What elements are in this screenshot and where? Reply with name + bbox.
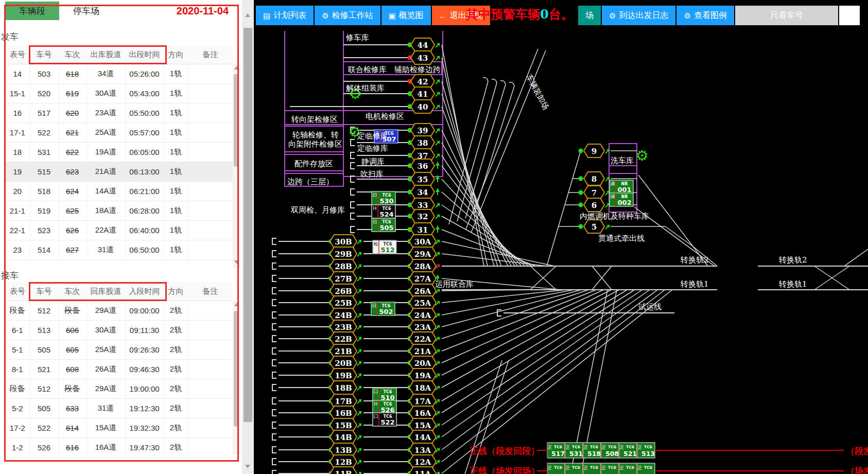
train-badge[interactable]: 口TC6522 bbox=[373, 413, 396, 426]
only-car-number-button[interactable]: 只看车号 bbox=[735, 6, 838, 25]
track-number-badge[interactable]: 32 bbox=[411, 209, 435, 223]
track-number-badge[interactable]: 7 bbox=[584, 186, 604, 199]
track-number-badge[interactable]: 22B bbox=[330, 332, 357, 345]
track-number-badge[interactable]: 9 bbox=[584, 144, 604, 157]
workstation-button[interactable]: ⚙ 检修工作站 bbox=[315, 6, 380, 25]
track-number-badge[interactable]: 18B bbox=[330, 381, 357, 394]
track-number-badge[interactable]: 11B bbox=[330, 467, 357, 474]
track-number-badge[interactable]: 29B bbox=[330, 247, 357, 260]
track-number-badge[interactable]: 27A bbox=[409, 272, 436, 285]
train-badge[interactable]: 调NR001 bbox=[610, 180, 633, 194]
track-number-badge[interactable]: 41 bbox=[411, 87, 435, 100]
mainline-train-badge[interactable]: 正TC6 bbox=[583, 463, 601, 474]
signal-dot-green bbox=[579, 177, 583, 181]
train-badge[interactable]: 调NR002 bbox=[610, 193, 633, 206]
track-end-icon bbox=[272, 324, 276, 330]
train-badge[interactable]: HTC6524 bbox=[372, 205, 395, 218]
track-number-badge[interactable]: 40 bbox=[411, 100, 435, 113]
track-number-badge[interactable]: 27B bbox=[330, 272, 357, 285]
mainline-train-badge[interactable]: 正TC6 bbox=[619, 463, 637, 474]
track-end-icon bbox=[351, 226, 355, 233]
track-number-badge[interactable]: 14A bbox=[409, 430, 436, 444]
track-end-icon bbox=[272, 251, 276, 257]
track-number-badge[interactable]: 6 bbox=[584, 198, 604, 212]
svg-text:13B: 13B bbox=[335, 446, 352, 455]
overview-button[interactable]: ▣ 概览图 bbox=[381, 6, 431, 25]
arrival-log-button[interactable]: ⚙ 到达出发日志 bbox=[602, 6, 675, 25]
track-number-badge[interactable]: 16A bbox=[409, 406, 436, 419]
svg-text:35: 35 bbox=[418, 175, 428, 184]
diagram-label: （段发回场） bbox=[846, 446, 868, 456]
track-number-badge[interactable]: 30A bbox=[409, 235, 436, 248]
mainline-train-badge[interactable]: 正TC6 bbox=[565, 463, 583, 474]
diagram-label: 修车库 bbox=[345, 33, 369, 42]
train-badge[interactable]: 检TC6512 bbox=[373, 240, 396, 254]
svg-text:38: 38 bbox=[418, 138, 428, 148]
route-arrow-icon bbox=[357, 448, 361, 452]
train-badge[interactable]: 口TC6510 bbox=[373, 388, 396, 401]
field-button[interactable]: 场 bbox=[578, 6, 601, 25]
track-number-badge[interactable]: 18A bbox=[409, 381, 436, 394]
svg-text:14A: 14A bbox=[414, 433, 431, 442]
svg-text:32: 32 bbox=[418, 212, 428, 221]
mainline-train-badge[interactable]: 正TC6518 bbox=[583, 443, 601, 458]
svg-text:22B: 22B bbox=[335, 335, 352, 344]
track-end-icon bbox=[272, 410, 276, 416]
track-number-badge[interactable]: 35 bbox=[411, 172, 435, 186]
svg-text:8: 8 bbox=[592, 174, 597, 184]
svg-text:18B: 18B bbox=[335, 383, 352, 393]
route-arrow-icon bbox=[436, 43, 440, 47]
gear-icon[interactable]: ⚙ bbox=[635, 147, 648, 164]
mainline-train-badge[interactable]: 正TC6521 bbox=[619, 443, 637, 458]
track-number-badge[interactable]: 28A bbox=[409, 259, 436, 273]
track-number-badge[interactable]: 5 bbox=[584, 220, 604, 233]
track-number-badge[interactable]: 30B bbox=[330, 235, 357, 248]
mainline-train-badge[interactable]: 正TC6517 bbox=[547, 443, 565, 458]
route-arrow-icon bbox=[357, 472, 361, 474]
track-number-badge[interactable]: 14B bbox=[330, 430, 357, 444]
train-badge[interactable]: HTC6526 bbox=[373, 400, 396, 414]
mainline-train-badge[interactable]: 正TC6508 bbox=[601, 443, 619, 458]
svg-text:5: 5 bbox=[592, 222, 597, 232]
svg-text:7: 7 bbox=[592, 188, 597, 198]
overview-label: 概览图 bbox=[399, 10, 424, 21]
track-number-badge[interactable]: 16B bbox=[330, 406, 357, 419]
track-number-badge[interactable]: 19A bbox=[409, 368, 436, 382]
track-number-badge[interactable]: 36 bbox=[411, 159, 435, 172]
track-number-badge[interactable]: 20B bbox=[330, 356, 357, 370]
route-arrow-icon bbox=[357, 361, 361, 365]
mainline-train-badge[interactable]: 正TC6 bbox=[601, 463, 619, 474]
track-end-icon bbox=[272, 372, 276, 378]
train-badge[interactable]: 日TC6530 bbox=[372, 191, 395, 205]
mainline-train-badge[interactable]: 正TC6531 bbox=[565, 443, 583, 458]
track-number-badge[interactable]: 43 bbox=[411, 51, 435, 64]
track-number-badge[interactable]: 20A bbox=[409, 356, 436, 370]
track-number-badge[interactable]: 34 bbox=[411, 185, 435, 199]
mainline-train-badge[interactable]: 正TC6 bbox=[637, 463, 655, 474]
track-number-badge[interactable]: 19B bbox=[330, 368, 357, 382]
svg-text:TC6: TC6 bbox=[572, 465, 580, 470]
track-number-badge[interactable]: 29A bbox=[409, 247, 436, 260]
track-number-badge[interactable]: 8 bbox=[584, 172, 604, 185]
track-number-badge[interactable]: 25A bbox=[409, 296, 436, 309]
mainline-train-badge[interactable]: 正TC6513 bbox=[637, 443, 655, 458]
train-badge[interactable]: 日TC6502 bbox=[371, 302, 395, 315]
svg-text:34: 34 bbox=[418, 188, 428, 197]
svg-text:28A: 28A bbox=[414, 262, 431, 271]
track-number-badge[interactable]: 25B bbox=[330, 296, 357, 309]
track-number-badge[interactable]: 42 bbox=[411, 75, 435, 88]
svg-text:TC6: TC6 bbox=[590, 465, 598, 470]
train-badge[interactable]: 日TC6505 bbox=[372, 218, 395, 232]
diagram-label: 轮轴检修、转 bbox=[292, 130, 339, 139]
toolbar-blank-box[interactable] bbox=[839, 6, 860, 25]
track-number-badge[interactable]: 38 bbox=[411, 136, 435, 149]
svg-text:25A: 25A bbox=[414, 299, 431, 308]
track-number-badge[interactable]: 44 bbox=[411, 38, 435, 51]
track-number-badge[interactable]: 11A bbox=[409, 467, 436, 474]
track-number-badge[interactable]: 22A bbox=[409, 332, 436, 345]
track-number-badge[interactable]: 39 bbox=[411, 124, 435, 137]
plan-list-button[interactable]: ▤ 计划列表 bbox=[256, 6, 314, 25]
view-legend-button[interactable]: ⚙ 查看图例 bbox=[676, 6, 734, 25]
track-number-badge[interactable]: 28B bbox=[330, 259, 357, 273]
mainline-train-badge[interactable]: 正TC6 bbox=[547, 463, 565, 474]
